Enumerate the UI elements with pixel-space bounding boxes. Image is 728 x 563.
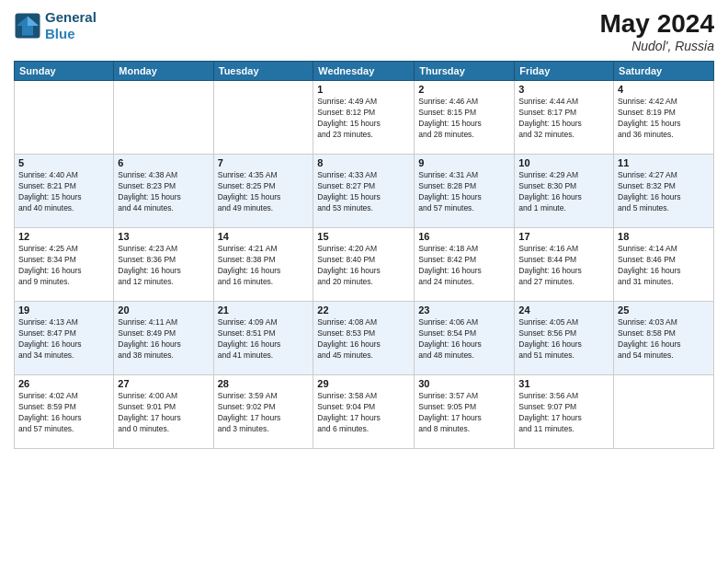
col-wednesday: Wednesday [313,62,415,81]
day-number: 2 [418,84,510,95]
day-info: Sunrise: 4:16 AM Sunset: 8:44 PM Dayligh… [518,244,609,288]
table-row: 13Sunrise: 4:23 AM Sunset: 8:36 PM Dayli… [114,228,213,302]
day-info: Sunrise: 4:05 AM Sunset: 8:56 PM Dayligh… [518,317,609,362]
calendar-week-row: 1Sunrise: 4:49 AM Sunset: 8:12 PM Daylig… [15,81,714,155]
day-info: Sunrise: 4:35 AM Sunset: 8:25 PM Dayligh… [218,170,310,214]
page-header: General Blue May 2024 Nudol', Russia [14,9,714,53]
table-row: 26Sunrise: 4:02 AM Sunset: 8:59 PM Dayli… [15,375,114,449]
table-row: 24Sunrise: 4:05 AM Sunset: 8:56 PM Dayli… [515,302,614,375]
day-info: Sunrise: 4:38 AM Sunset: 8:23 PM Dayligh… [118,170,209,214]
day-number: 5 [18,157,109,168]
day-number: 1 [317,84,410,95]
day-number: 8 [317,157,410,168]
table-row: 14Sunrise: 4:21 AM Sunset: 8:38 PM Dayli… [213,228,313,302]
table-row [614,375,714,449]
day-number: 22 [317,304,410,316]
day-number: 29 [317,378,410,389]
table-row [15,81,114,155]
table-row: 28Sunrise: 3:59 AM Sunset: 9:02 PM Dayli… [213,375,313,449]
col-monday: Monday [114,62,213,81]
day-info: Sunrise: 4:33 AM Sunset: 8:27 PM Dayligh… [317,170,410,214]
day-number: 10 [518,157,609,168]
day-info: Sunrise: 4:18 AM Sunset: 8:42 PM Dayligh… [418,244,510,288]
logo-line2: Blue [45,26,97,42]
table-row: 19Sunrise: 4:13 AM Sunset: 8:47 PM Dayli… [15,302,114,375]
calendar-week-row: 12Sunrise: 4:25 AM Sunset: 8:34 PM Dayli… [15,228,714,302]
col-sunday: Sunday [15,62,114,81]
day-number: 7 [218,157,310,168]
day-info: Sunrise: 4:00 AM Sunset: 9:01 PM Dayligh… [118,391,209,435]
table-row: 11Sunrise: 4:27 AM Sunset: 8:32 PM Dayli… [614,155,714,228]
calendar-week-row: 26Sunrise: 4:02 AM Sunset: 8:59 PM Dayli… [15,375,714,449]
table-row: 5Sunrise: 4:40 AM Sunset: 8:21 PM Daylig… [15,155,114,228]
day-number: 4 [618,84,710,95]
table-row: 2Sunrise: 4:46 AM Sunset: 8:15 PM Daylig… [415,81,515,155]
day-number: 20 [118,304,209,316]
table-row: 20Sunrise: 4:11 AM Sunset: 8:49 PM Dayli… [114,302,213,375]
table-row: 22Sunrise: 4:08 AM Sunset: 8:53 PM Dayli… [313,302,415,375]
day-info: Sunrise: 4:42 AM Sunset: 8:19 PM Dayligh… [618,97,710,141]
table-row: 15Sunrise: 4:20 AM Sunset: 8:40 PM Dayli… [313,228,415,302]
day-number: 6 [118,157,209,168]
day-number: 17 [518,231,609,242]
day-info: Sunrise: 4:11 AM Sunset: 8:49 PM Dayligh… [118,317,209,362]
table-row: 4Sunrise: 4:42 AM Sunset: 8:19 PM Daylig… [614,81,714,155]
table-row: 12Sunrise: 4:25 AM Sunset: 8:34 PM Dayli… [15,228,114,302]
table-row: 1Sunrise: 4:49 AM Sunset: 8:12 PM Daylig… [313,81,415,155]
calendar-table: Sunday Monday Tuesday Wednesday Thursday… [14,61,714,449]
day-number: 11 [618,157,710,168]
day-number: 31 [518,378,609,389]
table-row: 8Sunrise: 4:33 AM Sunset: 8:27 PM Daylig… [313,155,415,228]
col-friday: Friday [515,62,614,81]
day-info: Sunrise: 4:40 AM Sunset: 8:21 PM Dayligh… [18,170,109,214]
day-number: 3 [518,84,609,95]
day-info: Sunrise: 3:57 AM Sunset: 9:05 PM Dayligh… [418,391,510,435]
table-row: 23Sunrise: 4:06 AM Sunset: 8:54 PM Dayli… [415,302,515,375]
day-info: Sunrise: 4:20 AM Sunset: 8:40 PM Dayligh… [317,244,410,288]
day-info: Sunrise: 3:59 AM Sunset: 9:02 PM Dayligh… [218,391,310,435]
table-row: 9Sunrise: 4:31 AM Sunset: 8:28 PM Daylig… [415,155,515,228]
table-row: 7Sunrise: 4:35 AM Sunset: 8:25 PM Daylig… [213,155,313,228]
calendar-week-row: 5Sunrise: 4:40 AM Sunset: 8:21 PM Daylig… [15,155,714,228]
table-row: 18Sunrise: 4:14 AM Sunset: 8:46 PM Dayli… [614,228,714,302]
day-number: 13 [118,231,209,242]
day-info: Sunrise: 4:06 AM Sunset: 8:54 PM Dayligh… [418,317,510,362]
table-row: 27Sunrise: 4:00 AM Sunset: 9:01 PM Dayli… [114,375,213,449]
day-number: 16 [418,231,510,242]
table-row: 21Sunrise: 4:09 AM Sunset: 8:51 PM Dayli… [213,302,313,375]
day-info: Sunrise: 4:03 AM Sunset: 8:58 PM Dayligh… [618,317,710,362]
day-info: Sunrise: 3:58 AM Sunset: 9:04 PM Dayligh… [317,391,410,435]
day-info: Sunrise: 4:31 AM Sunset: 8:28 PM Dayligh… [418,170,510,214]
day-info: Sunrise: 4:27 AM Sunset: 8:32 PM Dayligh… [618,170,710,214]
table-row: 29Sunrise: 3:58 AM Sunset: 9:04 PM Dayli… [313,375,415,449]
day-number: 28 [218,378,310,389]
table-row: 31Sunrise: 3:56 AM Sunset: 9:07 PM Dayli… [515,375,614,449]
day-info: Sunrise: 4:02 AM Sunset: 8:59 PM Dayligh… [18,391,109,435]
col-tuesday: Tuesday [213,62,313,81]
day-info: Sunrise: 4:21 AM Sunset: 8:38 PM Dayligh… [218,244,310,288]
day-number: 24 [518,304,609,316]
day-number: 12 [18,231,109,242]
day-number: 14 [218,231,310,242]
col-thursday: Thursday [415,62,515,81]
table-row: 17Sunrise: 4:16 AM Sunset: 8:44 PM Dayli… [515,228,614,302]
logo-icon [14,12,41,40]
day-info: Sunrise: 4:44 AM Sunset: 8:17 PM Dayligh… [518,97,609,141]
day-number: 15 [317,231,410,242]
calendar-header-row: Sunday Monday Tuesday Wednesday Thursday… [15,62,714,81]
month-title: May 2024 [599,9,714,39]
day-info: Sunrise: 3:56 AM Sunset: 9:07 PM Dayligh… [518,391,609,435]
day-info: Sunrise: 4:23 AM Sunset: 8:36 PM Dayligh… [118,244,209,288]
day-number: 23 [418,304,510,316]
calendar-week-row: 19Sunrise: 4:13 AM Sunset: 8:47 PM Dayli… [15,302,714,375]
day-info: Sunrise: 4:09 AM Sunset: 8:51 PM Dayligh… [218,317,310,362]
day-info: Sunrise: 4:46 AM Sunset: 8:15 PM Dayligh… [418,97,510,141]
day-info: Sunrise: 4:49 AM Sunset: 8:12 PM Dayligh… [317,97,410,141]
table-row [114,81,213,155]
logo: General Blue [14,9,97,42]
day-number: 18 [618,231,710,242]
day-info: Sunrise: 4:29 AM Sunset: 8:30 PM Dayligh… [518,170,609,214]
day-number: 19 [18,304,109,316]
day-info: Sunrise: 4:14 AM Sunset: 8:46 PM Dayligh… [618,244,710,288]
day-number: 21 [218,304,310,316]
